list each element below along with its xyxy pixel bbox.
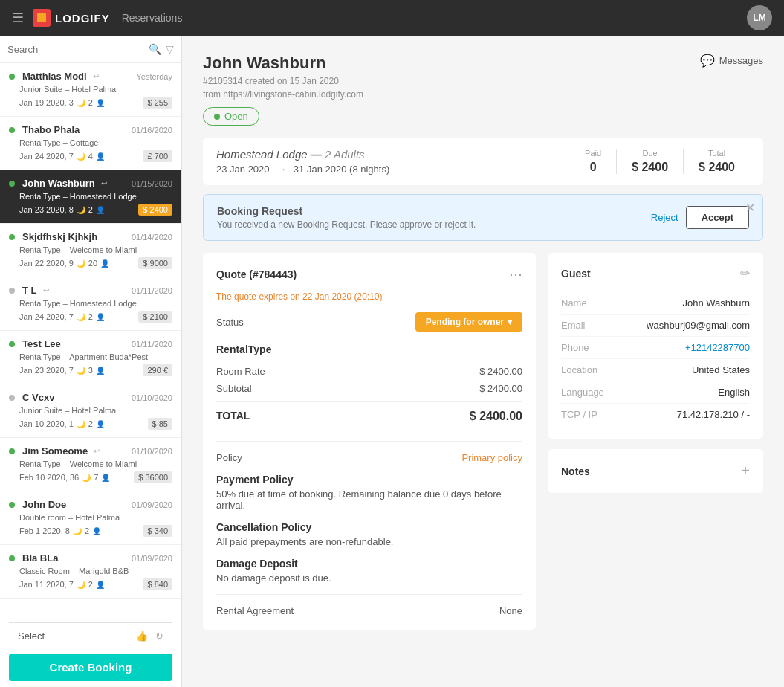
booking-id: #2105314 (203, 76, 242, 86)
item-date: 01/11/2020 (132, 340, 172, 349)
guest-edit-icon[interactable]: ✏ (740, 266, 750, 280)
list-item[interactable]: Jim Someome ↩ 01/10/2020 RentalType – We… (0, 438, 181, 491)
item-name: C Vcxv (22, 392, 54, 403)
quote-card: Quote (#784443) ⋯ The quote expires on 2… (203, 253, 536, 630)
payment-policy-section: Payment Policy 50% due at time of bookin… (216, 474, 522, 511)
item-dates: Feb 10 2020, 36 🌙 7 👤 (19, 473, 110, 482)
item-date: 01/16/2020 (132, 126, 172, 135)
list-item[interactable]: John Doe 01/09/2020 Double room – Hotel … (0, 491, 181, 545)
accept-button[interactable]: Accept (686, 206, 749, 229)
filter-icon[interactable]: ▽ (166, 43, 174, 55)
policy-value[interactable]: Primary policy (461, 452, 522, 463)
logo-icon (33, 9, 51, 27)
guest-card-header: Guest ✏ (561, 266, 750, 280)
item-name: Skjdfhskj Kjhkjh (22, 231, 97, 242)
guest-name-row: Name John Washburn (561, 292, 750, 315)
right-column: Guest ✏ Name John Washburn Email washbur… (548, 253, 763, 640)
paid-label: Paid (585, 149, 601, 158)
guest-tcp-row: TCP / IP 71.42.178.210 / - (561, 404, 750, 425)
subtotal-row: Subtotal $ 2400.00 (216, 380, 522, 397)
sidebar-action-icons: 👍 ↻ (136, 630, 163, 642)
item-badge: $ 9000 (138, 257, 172, 269)
main-content: John Washburn #2105314 created on 15 Jan… (182, 36, 784, 687)
arrow-icon: → (276, 164, 286, 175)
status-text: Open (224, 111, 248, 122)
property-row: Homestead Lodge — 2 Adults 23 Jan 2020 →… (203, 138, 763, 185)
item-sub: RentalType – Homestead Lodge (9, 192, 172, 201)
status-dot (214, 114, 220, 120)
quote-expires: The quote expires on 22 Jan 2020 (20:10) (216, 291, 522, 302)
item-badge: $ 85 (148, 418, 172, 430)
status-dot (9, 502, 15, 508)
guest-phone-row: Phone +12142287700 (561, 337, 750, 359)
checkout-date: 31 Jan 2020 (294, 164, 347, 175)
item-sub: Double room – Hotel Palma (9, 513, 172, 522)
total-label: Total (699, 149, 735, 158)
phone-value[interactable]: +12142287700 (685, 342, 750, 353)
pending-status-text: Pending for owner (426, 317, 504, 327)
item-badge: 290 € (143, 364, 172, 376)
item-badge: $ 255 (143, 97, 172, 109)
logo-text: LODGIFY (55, 12, 110, 25)
rental-agreement-value: None (499, 605, 522, 616)
policy-label: Policy (216, 452, 242, 463)
due-label: Due (632, 149, 668, 158)
item-name: Matthias Modi (22, 71, 87, 82)
banner-actions: Reject Accept (651, 206, 749, 229)
cancellation-policy-section: Cancellation Policy All paid prepayments… (216, 521, 522, 547)
paid-value: 0 (585, 161, 601, 174)
pending-status-button[interactable]: Pending for owner ▾ (415, 312, 522, 332)
search-bar: 🔍 ▽ (0, 36, 181, 63)
create-booking-button[interactable]: Create Booking (9, 654, 172, 681)
checkin-date: 23 Jan 2020 (216, 164, 270, 175)
due-value: $ 2400 (632, 161, 668, 174)
property-info: Homestead Lodge — 2 Adults 23 Jan 2020 →… (216, 148, 389, 175)
list-item[interactable]: Matthias Modi ↩ Yesterday Junior Suite –… (0, 63, 181, 117)
left-column: Quote (#784443) ⋯ The quote expires on 2… (203, 253, 536, 640)
list-item[interactable]: T L ↩ 01/11/2020 RentalType – Homestead … (0, 277, 181, 331)
status-row: Status Pending for owner ▾ (216, 312, 522, 332)
item-date: 01/09/2020 (132, 554, 172, 563)
status-dot (9, 234, 15, 240)
item-badge: $ 36000 (134, 471, 172, 483)
notes-add-icon[interactable]: + (741, 462, 750, 480)
item-badge: $ 340 (143, 525, 172, 537)
top-navigation: ☰ LODGIFY Reservations LM (0, 0, 784, 36)
user-avatar[interactable]: LM (747, 5, 772, 30)
item-sub: RentalType – Homestead Lodge (9, 299, 172, 308)
hamburger-icon[interactable]: ☰ (12, 10, 24, 26)
email-field-label: Email (561, 320, 586, 331)
item-badge: $ 2400 (138, 204, 172, 216)
nights-text: (8 nights) (349, 164, 389, 175)
guest-email-row: Email washburj09@gmail.com (561, 315, 750, 337)
list-item[interactable]: John Washburn ↩ 01/15/2020 RentalType – … (0, 170, 181, 224)
list-item[interactable]: Thabo Phala 01/16/2020 RentalType – Cott… (0, 117, 181, 170)
like-icon[interactable]: 👍 (136, 630, 148, 642)
location-value: United States (692, 364, 750, 375)
due-cell: Due $ 2400 (616, 149, 683, 174)
list-item[interactable]: Skjdfhskj Kjhkjh 01/14/2020 RentalType –… (0, 224, 181, 277)
item-date: 01/10/2020 (132, 393, 172, 402)
item-sub: RentalType – Apartment Buda*Pest (9, 352, 172, 361)
quote-menu-icon[interactable]: ⋯ (509, 266, 522, 283)
guest-name-value: John Washburn (682, 297, 750, 309)
list-item[interactable]: Bla BLa 01/09/2020 Classic Room – Marigo… (0, 545, 181, 599)
divider-2 (216, 594, 522, 595)
booking-source: from https://livingstone-cabin.lodgify.c… (203, 89, 363, 100)
status-badge[interactable]: Open (203, 107, 259, 126)
search-input[interactable] (7, 44, 144, 55)
list-item[interactable]: Test Lee 01/11/2020 RentalType – Apartme… (0, 331, 181, 384)
list-item[interactable]: C Vcxv 01/10/2020 Junior Suite – Hotel P… (0, 384, 181, 438)
sidebar: 🔍 ▽ Matthias Modi ↩ Yesterday Junior Sui… (0, 36, 182, 687)
subtotal-value: $ 2400.00 (479, 383, 522, 394)
item-date: 01/14/2020 (132, 233, 172, 242)
banner-title: Booking Request (217, 205, 476, 217)
status-dot (9, 288, 15, 294)
banner-close-icon[interactable]: ✕ (745, 201, 755, 215)
messages-button[interactable]: 💬 Messages (700, 54, 763, 68)
reject-button[interactable]: Reject (651, 212, 678, 223)
property-dates: 23 Jan 2020 → 31 Jan 2020 (8 nights) (216, 164, 389, 175)
item-dates: Jan 22 2020, 9 🌙 20 👤 (19, 259, 109, 268)
total-row: TOTAL $ 2400.00 (216, 401, 522, 430)
refresh-icon[interactable]: ↻ (155, 630, 163, 642)
